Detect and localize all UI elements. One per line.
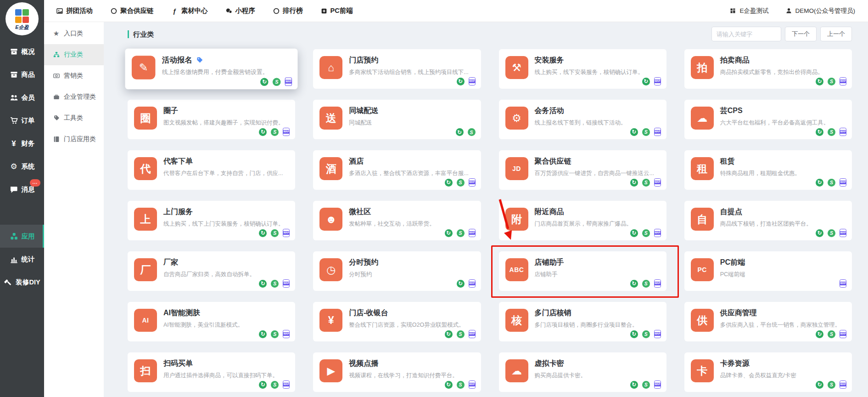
workspace-switcher[interactable]: E企盈测试: [729, 7, 768, 15]
link-badge-icon[interactable]: S: [457, 229, 465, 237]
cycle-badge-icon[interactable]: ↻: [259, 229, 267, 237]
wap-badge-icon[interactable]: WAP: [283, 279, 290, 288]
sidebar-item-apps[interactable]: 应用: [0, 225, 44, 248]
cycle-badge-icon[interactable]: ↻: [260, 78, 269, 86]
wap-badge-icon[interactable]: WAP: [840, 128, 846, 136]
link-badge-icon[interactable]: S: [271, 128, 279, 136]
cycle-badge-icon[interactable]: ↻: [630, 381, 638, 389]
cycle-badge-icon[interactable]: ↻: [630, 330, 638, 338]
app-card-supplier-manage[interactable]: 供 供应商管理 多供应商入驻，平台统一销售，商家独立管理。 ↻SWAP: [684, 302, 852, 341]
app-card-multi-store-verify[interactable]: 核 多门店核销 多门店项目核销，商圈多行业项目整合。 ↻SWAP: [499, 302, 666, 341]
topnav-item-1[interactable]: 聚合供应链: [110, 6, 154, 15]
wap-badge-icon[interactable]: WAP: [840, 380, 846, 389]
link-badge-icon[interactable]: S: [271, 280, 279, 288]
app-card-hotel[interactable]: 酒 酒店 多酒店入驻，整合线下酒店资源，丰富平台服... ↻SWAP: [313, 150, 481, 190]
app-card-pc-front[interactable]: PC PC前端 PC端前端 WAP: [684, 251, 852, 291]
cycle-badge-icon[interactable]: ↻: [630, 179, 638, 187]
app-card-yun-cps[interactable]: ☁ 芸CPS 六大平台红包福利，平台必备高返佣工具。 ↻SWAP: [684, 100, 852, 139]
sidebar-item-finance[interactable]: ¥ 财务: [0, 132, 44, 155]
cycle-badge-icon[interactable]: ↻: [259, 330, 267, 338]
cycle-badge-icon[interactable]: ↻: [457, 280, 465, 288]
category-item-5[interactable]: 门店应用类: [44, 129, 104, 150]
link-badge-icon[interactable]: S: [273, 78, 281, 86]
topnav-item-3[interactable]: 小程序: [225, 6, 256, 15]
app-card-conference-activity[interactable]: ⚙ 会务活动 线上报名线下签到，链接线下活动。 ↻SWAP: [499, 100, 666, 139]
link-badge-icon[interactable]: S: [457, 381, 465, 389]
link-badge-icon[interactable]: S: [457, 179, 465, 187]
next-button[interactable]: 下一个: [785, 27, 817, 41]
app-card-factory[interactable]: 厂 厂家 自营商品厂家归类，高效自动拆单。 ↻SWAP: [128, 251, 295, 291]
wap-badge-icon[interactable]: WAP: [469, 380, 476, 389]
sidebar-item-goods[interactable]: 商品: [0, 63, 44, 86]
wap-badge-icon[interactable]: WAP: [469, 77, 476, 85]
wap-badge-icon[interactable]: WAP: [654, 229, 661, 237]
category-item-4[interactable]: 工具类: [44, 108, 104, 129]
app-card-city-delivery[interactable]: 送 同城配送 同城配送 ↻S: [313, 100, 481, 139]
link-badge-icon[interactable]: S: [828, 381, 835, 389]
cycle-badge-icon[interactable]: ↻: [816, 229, 823, 237]
cycle-badge-icon[interactable]: ↻: [816, 78, 823, 85]
sidebar-item-members[interactable]: 会员: [0, 86, 44, 109]
wap-badge-icon[interactable]: WAP: [654, 128, 661, 136]
category-item-0[interactable]: ★ 入口类: [44, 23, 104, 44]
cycle-badge-icon[interactable]: ↻: [259, 280, 267, 288]
app-card-shop-assistant[interactable]: ABC 店铺助手 店铺助手 ↻SWAP: [499, 251, 666, 291]
wap-badge-icon[interactable]: WAP: [840, 77, 846, 85]
link-badge-icon[interactable]: S: [457, 330, 465, 338]
wap-badge-icon[interactable]: WAP: [283, 380, 290, 389]
link-badge-icon[interactable]: S: [828, 229, 835, 237]
link-badge-icon[interactable]: S: [468, 128, 476, 136]
app-card-pickup-point[interactable]: 自 自提点 商品线下核销，打造社区团购平台。 ↻SWAP: [684, 201, 852, 240]
wap-badge-icon[interactable]: WAP: [283, 330, 290, 338]
cycle-badge-icon[interactable]: ↻: [630, 280, 638, 288]
user-menu[interactable]: DEMO(公众号管理员): [785, 7, 856, 15]
category-item-3[interactable]: 企业管理类: [44, 86, 104, 108]
cycle-badge-icon[interactable]: ↻: [630, 128, 638, 136]
topnav-item-5[interactable]: PC前端: [320, 6, 353, 15]
sidebar-item-diy[interactable]: 装修DIY: [0, 271, 44, 294]
link-badge-icon[interactable]: S: [271, 330, 279, 338]
link-badge-icon[interactable]: S: [642, 280, 650, 288]
cycle-badge-icon[interactable]: ↻: [816, 179, 823, 187]
search-input[interactable]: [711, 27, 781, 41]
wap-badge-icon[interactable]: WAP: [840, 178, 846, 187]
cycle-badge-icon[interactable]: ↻: [259, 128, 267, 136]
cycle-badge-icon[interactable]: ↻: [457, 78, 465, 85]
sidebar-item-orders[interactable]: 订单: [0, 109, 44, 132]
app-card-ai-skin[interactable]: AI AI智能测肤 AI智能测肤，美业引流新模式。 ↻SWAP: [128, 302, 295, 341]
link-badge-icon[interactable]: S: [271, 229, 279, 237]
wap-badge-icon[interactable]: WAP: [283, 128, 290, 136]
wap-badge-icon[interactable]: WAP: [469, 330, 476, 338]
app-card-circle-community[interactable]: 圈 圈子 图文视频发帖，搭建兴趣圈子，实现知识付费。 ↻SWAP: [128, 100, 295, 139]
app-card-virtual-card[interactable]: ☁ 虚拟卡密 购买商品提供卡密。 ↻SWAP: [499, 352, 666, 392]
link-badge-icon[interactable]: S: [828, 179, 835, 187]
link-badge-icon[interactable]: S: [828, 330, 835, 338]
app-card-store-booking[interactable]: ⌂ 门店预约 多商家线下活动组合销售，线上预约项目线下... ↻WAP: [313, 49, 481, 89]
link-badge-icon[interactable]: S: [828, 78, 835, 85]
app-card-scan-pay[interactable]: 扫 扫码买单 用户通过插件选择商品，可以直接扫码下单。 ↻SWAP: [128, 352, 295, 392]
link-badge-icon[interactable]: S: [642, 179, 650, 187]
app-card-card-coupon[interactable]: 卡 卡券资源 品牌卡券、会员权益直充/卡密 ↻SWAP: [684, 352, 852, 392]
wap-badge-icon[interactable]: WAP: [840, 229, 846, 237]
wap-badge-icon[interactable]: WAP: [285, 78, 292, 86]
link-badge-icon[interactable]: S: [271, 381, 279, 389]
app-card-rent[interactable]: 租 租赁 特殊商品租用，租期租金优惠。 ↻SWAP: [684, 150, 852, 190]
cycle-badge-icon[interactable]: ↻: [445, 179, 453, 187]
app-card-proxy-order[interactable]: 代 代客下单 代替客户在后台下单，支持自营，门店，供应...: [128, 150, 295, 190]
cycle-badge-icon[interactable]: ↻: [816, 128, 823, 136]
sidebar-item-overview[interactable]: 概况: [0, 40, 44, 63]
prev-button[interactable]: 上一个: [820, 27, 852, 41]
sidebar-item-stats[interactable]: 统计: [0, 248, 44, 271]
app-card-store-cashier[interactable]: ¥ 门店-收银台 整合线下门店资源，实现O2O异业联盟模式。 ↻SWAP: [313, 302, 481, 341]
topnav-item-2[interactable]: ƒ 素材中心: [171, 6, 208, 15]
link-badge-icon[interactable]: S: [642, 330, 650, 338]
topnav-item-4[interactable]: 排行榜: [273, 6, 303, 15]
wap-badge-icon[interactable]: WAP: [654, 330, 661, 338]
link-badge-icon[interactable]: S: [828, 128, 835, 136]
cycle-badge-icon[interactable]: ↻: [456, 128, 464, 136]
cycle-badge-icon[interactable]: ↻: [445, 229, 453, 237]
wap-badge-icon[interactable]: WAP: [654, 77, 661, 85]
cycle-badge-icon[interactable]: ↻: [816, 381, 823, 389]
wap-badge-icon[interactable]: WAP: [283, 229, 290, 237]
cycle-badge-icon[interactable]: ↻: [445, 381, 453, 389]
